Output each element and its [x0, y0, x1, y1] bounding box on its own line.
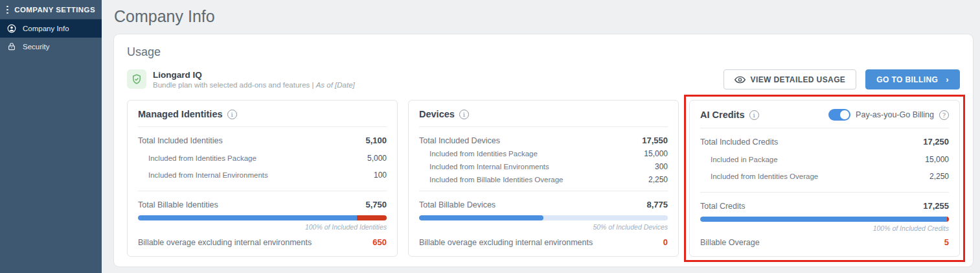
- pay-as-you-go-control: Pay-as-you-Go Billing ?: [828, 109, 949, 121]
- info-icon[interactable]: i: [749, 110, 759, 120]
- total-included-row: Total Included Credits 17,250: [700, 137, 949, 147]
- ai-credits-card: AI Credits i Pay-as-you-Go Billing ?: [689, 100, 960, 257]
- progress-caption: 50% of Included Devices: [419, 223, 668, 231]
- devices-card-wrap: Devices i Total Included Devices 17,550 …: [408, 100, 679, 257]
- page-title: Company Info: [102, 0, 980, 26]
- breakdown-row: Included from Identities Package 15,000: [429, 149, 668, 158]
- go-to-billing-button[interactable]: GO TO BILLING ›: [865, 69, 960, 89]
- breakdown-list: Included in Package 15,000 Included from…: [700, 147, 949, 189]
- main-content: Company Info Usage Liongard IQ Bundle pl…: [102, 0, 980, 273]
- plan-actions: VIEW DETAILED USAGE GO TO BILLING ›: [724, 69, 960, 89]
- breakdown-row: Included from Internal Environments 100: [148, 171, 387, 180]
- billable-overage-row: Billable overage excluding internal envi…: [419, 237, 668, 247]
- breakdown-row: Included from Identities Package 5,000: [148, 154, 387, 163]
- sidebar-item-company-info[interactable]: Company Info: [0, 19, 102, 38]
- usage-cards-row: Managed Identities i Total Included Iden…: [127, 100, 960, 257]
- sidebar-item-security[interactable]: Security: [0, 38, 102, 56]
- usage-panel: Usage Liongard IQ Bundle plan with selec…: [113, 34, 974, 267]
- billable-overage-row: Billable Overage 5: [700, 237, 949, 247]
- sidebar: COMPANY SETTINGS Company Info Security: [0, 0, 102, 273]
- breakdown-row: Included from Identities Overage 2,250: [711, 172, 949, 181]
- breakdown-list: Included from Identities Package 5,000 I…: [138, 145, 387, 188]
- managed-identities-card-wrap: Managed Identities i Total Included Iden…: [127, 100, 398, 257]
- sidebar-header: COMPANY SETTINGS: [0, 0, 102, 19]
- usage-progress-bar: [138, 215, 387, 220]
- question-icon[interactable]: ?: [939, 110, 949, 120]
- person-circle-icon: [7, 24, 16, 33]
- managed-identities-card: Managed Identities i Total Included Iden…: [127, 100, 398, 257]
- breakdown-row: Included from Internal Environments 300: [429, 162, 668, 171]
- total-billable-row: Total Credits 17,255: [700, 201, 949, 211]
- hamburger-icon[interactable]: [6, 6, 8, 14]
- usage-heading: Usage: [127, 45, 960, 59]
- progress-caption: 100% of Included Identities: [138, 223, 387, 231]
- pay-as-you-go-label: Pay-as-you-Go Billing: [856, 110, 934, 119]
- devices-card: Devices i Total Included Devices 17,550 …: [408, 100, 679, 257]
- progress-caption: 100% of Included Credits: [700, 224, 949, 232]
- shield-check-icon: [127, 69, 146, 89]
- usage-progress-bar: [700, 217, 949, 222]
- billable-overage-row: Billable overage excluding internal envi…: [138, 237, 387, 247]
- sidebar-item-label: Security: [23, 43, 50, 51]
- card-title: Managed Identities: [138, 109, 223, 119]
- card-title: Devices: [419, 109, 455, 119]
- info-icon[interactable]: i: [459, 110, 469, 119]
- breakdown-list: Included from Identities Package 15,000 …: [419, 145, 668, 188]
- total-billable-row: Total Billable Devices 8,775: [419, 200, 668, 209]
- usage-progress-bar: [419, 215, 668, 220]
- total-included-row: Total Included Devices 17,550: [419, 136, 668, 145]
- plan-as-of: As of [Date]: [316, 81, 355, 89]
- plan-name: Liongard IQ: [153, 70, 355, 80]
- chevron-right-icon: ›: [946, 75, 949, 84]
- plan-row: Liongard IQ Bundle plan with selected ad…: [127, 69, 960, 89]
- breakdown-row: Included in Package 15,000: [711, 155, 949, 164]
- sidebar-title: COMPANY SETTINGS: [14, 6, 95, 14]
- breakdown-row: Included from Billable Identities Overag…: [429, 175, 668, 184]
- plan-text: Liongard IQ Bundle plan with selected ad…: [153, 70, 355, 89]
- pay-as-you-go-toggle[interactable]: [828, 109, 850, 121]
- ai-credits-card-wrap: AI Credits i Pay-as-you-Go Billing ?: [689, 100, 960, 257]
- view-detailed-usage-button[interactable]: VIEW DETAILED USAGE: [724, 69, 857, 89]
- info-icon[interactable]: i: [227, 110, 237, 119]
- sidebar-item-label: Company Info: [23, 25, 69, 32]
- total-billable-row: Total Billable Identities 5,750: [138, 200, 387, 209]
- plan-description: Bundle plan with selected add-ons and fe…: [153, 81, 355, 89]
- card-title: AI Credits: [700, 110, 745, 120]
- plan-summary: Liongard IQ Bundle plan with selected ad…: [127, 69, 355, 89]
- lock-icon: [7, 42, 16, 51]
- total-included-row: Total Included Identities 5,100: [138, 136, 387, 145]
- eye-icon: [735, 76, 746, 84]
